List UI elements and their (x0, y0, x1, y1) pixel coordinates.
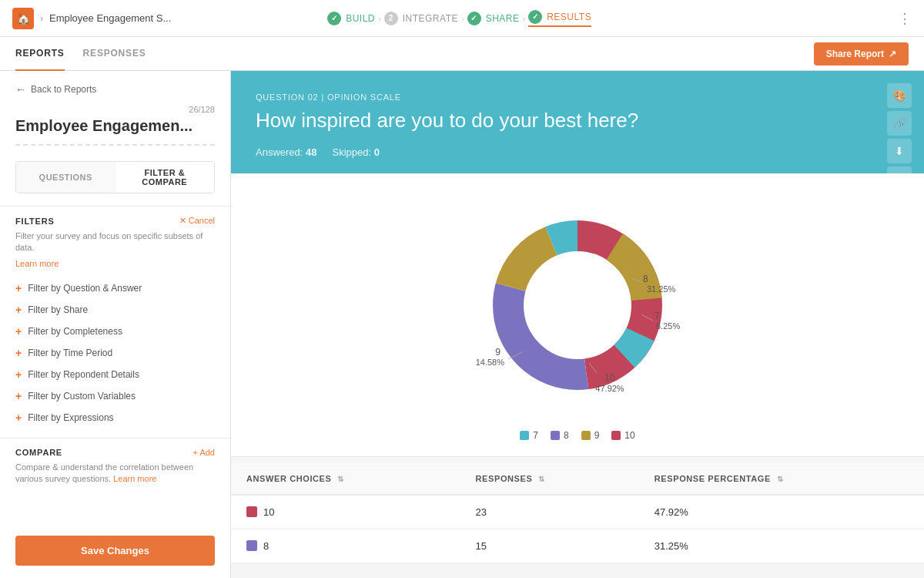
col-header-responses[interactable]: RESPONSES ⇅ (460, 463, 639, 495)
back-to-reports-link[interactable]: ← Back to Reports (15, 83, 215, 96)
link-icon-button[interactable]: 🔗 (887, 111, 912, 136)
cell-answer-1: 10 (231, 495, 460, 529)
filter-plus-icon: + (15, 368, 22, 381)
filters-title: FILTERS (15, 217, 55, 226)
svg-text:8: 8 (643, 274, 648, 284)
legend-color-8 (551, 431, 560, 440)
svg-text:10: 10 (604, 372, 615, 383)
tab-responses[interactable]: RESPONSES (83, 37, 146, 71)
tab-reports[interactable]: REPORTS (15, 37, 65, 71)
compare-description: Compare & understand the correlation bet… (15, 462, 215, 486)
filter-plus-icon: + (15, 412, 22, 424)
answer-color-swatch-2 (246, 540, 257, 551)
legend-item-7: 7 (520, 430, 538, 441)
share-arrow-icon: ↗ (889, 49, 896, 59)
nav-menu-dots[interactable]: ⋮ (898, 10, 912, 27)
filter-learn-more-link[interactable]: Learn more (15, 259, 59, 268)
legend-item-10: 10 (611, 430, 634, 441)
question-label: QUESTION 02 | OPINION SCALE (256, 92, 899, 102)
table-row: 10 23 47.92% (231, 495, 924, 529)
content-area: QUESTION 02 | OPINION SCALE How inspired… (231, 71, 924, 578)
legend-item-8: 8 (551, 430, 569, 441)
chart-section: 10 47.92% 8 31.25% 9 14.58% 7 6.25% (231, 174, 924, 457)
filter-custom-variables[interactable]: + Filter by Custom Variables (15, 385, 215, 407)
sub-navigation: REPORTS RESPONSES Share Report ↗ (0, 37, 924, 71)
save-changes-button[interactable]: Save Changes (15, 536, 215, 566)
step-integrate-icon: 2 (384, 12, 398, 25)
filter-plus-icon: + (15, 347, 22, 359)
settings-icon-button[interactable]: ⚙ (887, 166, 912, 191)
step-share-icon: ✓ (467, 12, 481, 25)
chart-legend: 7 8 9 10 (520, 430, 634, 441)
question-stats: Answered: 48 Skipped: 0 (256, 146, 899, 158)
cell-answer-2: 8 (231, 529, 460, 563)
filter-respondent-details[interactable]: + Filter by Repondent Details (15, 364, 215, 385)
questions-tab-button[interactable]: QUESTIONS (16, 162, 116, 193)
svg-text:6.25%: 6.25% (656, 321, 680, 331)
question-text: How inspired are you to do your best her… (256, 108, 899, 134)
filter-compare-tab-button[interactable]: FILTER & COMPARE (116, 162, 215, 193)
filter-plus-icon: + (15, 325, 22, 338)
answer-color-swatch-1 (246, 506, 257, 517)
filter-header: FILTERS ✕ Cancel (15, 216, 215, 226)
legend-color-7 (520, 431, 529, 440)
answered-value: 48 (306, 146, 316, 158)
col-header-percentage[interactable]: RESPONSE PERCENTAGE ⇅ (639, 463, 924, 495)
sort-icon-percentage: ⇅ (777, 475, 784, 483)
filter-expressions[interactable]: + Filter by Expressions (15, 407, 215, 428)
filter-plus-icon: + (15, 282, 22, 294)
step-results[interactable]: ✓ RESULTS (528, 10, 591, 27)
breadcrumb-title: Employee Engagement S... (49, 12, 171, 24)
step-build-icon: ✓ (327, 12, 341, 25)
cancel-filter-link[interactable]: ✕ Cancel (179, 216, 215, 226)
svg-text:14.58%: 14.58% (476, 358, 505, 367)
filter-question-answer[interactable]: + Filter by Question & Answer (15, 277, 215, 299)
donut-chart: 10 47.92% 8 31.25% 9 14.58% 7 6.25% (462, 190, 693, 421)
filter-share[interactable]: + Filter by Share (15, 299, 215, 321)
step-share[interactable]: ✓ SHARE (467, 12, 520, 25)
answered-stat: Answered: 48 (256, 146, 317, 158)
cell-responses-1: 23 (460, 495, 639, 529)
data-table-section: ANSWER CHOICES ⇅ RESPONSES ⇅ RESPONSE PE… (231, 463, 924, 563)
legend-color-9 (581, 431, 591, 440)
compare-learn-more-link[interactable]: Learn more (113, 474, 156, 483)
filter-plus-icon: + (15, 390, 22, 402)
svg-text:9: 9 (495, 347, 500, 358)
legend-color-10 (611, 431, 621, 440)
sidebar: ← Back to Reports 26/128 Employee Engage… (0, 71, 231, 578)
palette-icon-button[interactable]: 🎨 (887, 83, 912, 108)
sidebar-tab-toggle: QUESTIONS FILTER & COMPARE (15, 161, 215, 193)
step-build[interactable]: ✓ BUILD (327, 12, 375, 25)
top-navigation: 🏠 › Employee Engagement S... ✓ BUILD › 2… (0, 0, 924, 37)
sort-icon-answer: ⇅ (337, 475, 344, 483)
svg-point-4 (531, 259, 624, 351)
compare-title: COMPARE (15, 448, 62, 457)
cell-responses-2: 15 (460, 529, 639, 563)
survey-count: 26/128 (15, 105, 215, 114)
cell-percentage-2: 31.25% (639, 529, 924, 563)
share-report-button[interactable]: Share Report ↗ (814, 42, 909, 66)
nav-steps: ✓ BUILD › 2 INTEGRATE › ✓ SHARE › ✓ RESU… (327, 10, 591, 27)
step-results-icon: ✓ (528, 10, 542, 24)
cell-percentage-1: 47.92% (639, 495, 924, 529)
download-icon-button[interactable]: ⬇ (887, 139, 912, 163)
back-arrow-icon: ← (15, 83, 26, 96)
main-layout: ← Back to Reports 26/128 Employee Engage… (0, 71, 924, 578)
filter-description: Filter your survey and focus on specific… (15, 230, 215, 254)
donut-svg: 10 47.92% 8 31.25% 9 14.58% 7 6.25% (462, 190, 693, 421)
svg-text:31.25%: 31.25% (647, 284, 676, 294)
compare-add-link[interactable]: + Add (193, 448, 215, 457)
question-card: QUESTION 02 | OPINION SCALE How inspired… (231, 71, 924, 173)
table-row: 8 15 31.25% (231, 529, 924, 563)
col-header-answer[interactable]: ANSWER CHOICES ⇅ (231, 463, 460, 495)
sidebar-header: ← Back to Reports 26/128 Employee Engage… (0, 71, 230, 161)
question-actions: 🎨 🔗 ⬇ ⚙ (887, 83, 912, 191)
home-icon[interactable]: 🏠 (12, 8, 34, 29)
step-integrate[interactable]: 2 INTEGRATE (384, 12, 458, 25)
legend-item-9: 9 (581, 430, 600, 441)
filter-time-period[interactable]: + Filter by Time Period (15, 342, 215, 364)
skipped-value: 0 (374, 146, 380, 158)
filter-completeness[interactable]: + Filter by Completeness (15, 321, 215, 342)
sort-icon-responses: ⇅ (538, 475, 545, 483)
svg-text:7: 7 (654, 311, 660, 321)
